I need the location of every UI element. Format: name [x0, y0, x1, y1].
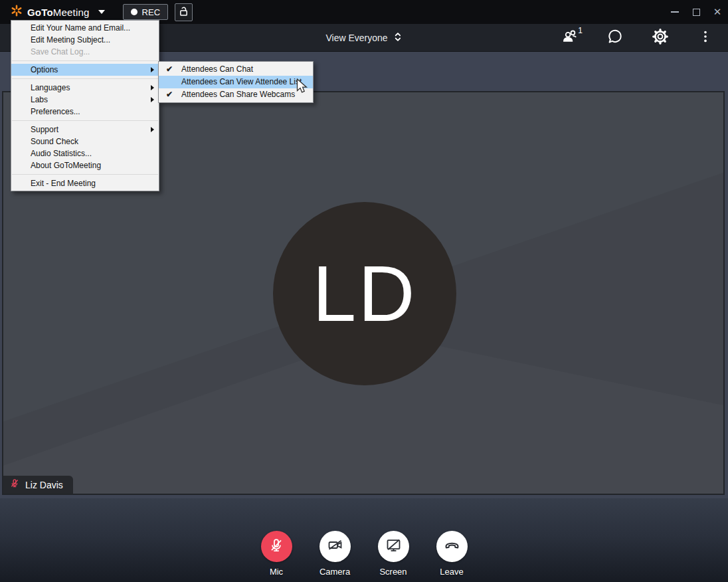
menu-separator	[12, 78, 158, 79]
menu-item-about[interactable]: About GoToMeeting	[11, 159, 159, 171]
goto-flower-icon	[11, 5, 23, 19]
menu-separator	[12, 120, 158, 121]
view-mode-selector[interactable]: View Everyone	[325, 31, 402, 45]
minimize-button[interactable]	[664, 0, 685, 24]
control-bar: Mic Camera	[0, 498, 728, 582]
menu-item-audio-statistics[interactable]: Audio Statistics...	[11, 147, 159, 159]
chevron-up-down-icon	[394, 31, 403, 45]
submenu-arrow-icon	[151, 127, 154, 132]
toolbar-icons: 1	[557, 25, 728, 51]
screen-label: Screen	[379, 567, 407, 577]
main-dropdown-menu: Edit Your Name and Email... Edit Meeting…	[11, 20, 159, 191]
menu-item-support[interactable]: Support	[11, 124, 159, 136]
menu-item-edit-name-email[interactable]: Edit Your Name and Email...	[11, 22, 159, 34]
settings-button[interactable]	[647, 25, 674, 51]
maximize-button[interactable]	[685, 0, 707, 24]
people-icon	[561, 27, 579, 48]
chevron-down-icon	[98, 10, 105, 14]
mouse-cursor-icon	[296, 78, 309, 98]
menu-item-options[interactable]: Options	[11, 64, 159, 76]
window-controls: ✕	[664, 0, 728, 24]
chat-bubble-icon	[606, 28, 624, 48]
menu-item-edit-meeting-subject[interactable]: Edit Meeting Subject...	[11, 34, 159, 46]
phone-hangup-icon	[443, 536, 461, 557]
record-button[interactable]: REC	[123, 4, 168, 20]
more-options-button[interactable]	[692, 25, 719, 51]
participants-button[interactable]: 1	[557, 25, 583, 51]
screen-button[interactable]: Screen	[378, 531, 409, 582]
kebab-menu-icon	[698, 29, 713, 47]
mic-muted-icon	[9, 478, 20, 492]
minimize-icon	[671, 11, 679, 13]
checkmark-icon: ✔	[166, 88, 173, 101]
participant-name: Liz Davis	[25, 480, 63, 490]
menu-item-exit-end-meeting[interactable]: Exit - End Meeting	[11, 177, 159, 189]
app-window: LD Liz Davis	[0, 0, 728, 582]
mic-button[interactable]: Mic	[261, 531, 292, 582]
leave-label: Leave	[440, 567, 463, 577]
submenu-arrow-icon	[151, 67, 154, 72]
lock-meeting-button[interactable]	[175, 3, 193, 21]
avatar: LD	[273, 202, 456, 385]
screen-off-icon	[385, 536, 403, 557]
camera-button[interactable]: Camera	[319, 531, 351, 582]
menu-item-preferences[interactable]: Preferences...	[11, 106, 159, 118]
menu-separator	[12, 60, 158, 61]
gear-icon	[652, 28, 669, 48]
leave-button[interactable]: Leave	[436, 531, 468, 582]
avatar-initials: LD	[313, 248, 417, 339]
menu-item-save-chat-log: Save Chat Log...	[11, 46, 159, 58]
record-label: REC	[142, 7, 160, 17]
close-icon: ✕	[713, 6, 722, 18]
participant-name-tag: Liz Davis	[3, 476, 73, 494]
camera-label: Camera	[319, 567, 350, 577]
menu-item-languages[interactable]: Languages	[11, 82, 159, 94]
app-title: GoToMeeting	[27, 7, 90, 18]
submenu-arrow-icon	[151, 85, 154, 90]
maximize-icon	[693, 9, 700, 16]
camera-off-icon	[326, 536, 344, 557]
view-mode-label: View Everyone	[325, 33, 387, 43]
checkmark-icon: ✔	[166, 63, 173, 76]
options-submenu: ✔Attendees Can Chat Attendees Can View A…	[158, 61, 314, 103]
menu-item-labs[interactable]: Labs	[11, 94, 159, 106]
unlocked-padlock-icon	[179, 5, 189, 19]
submenu-item-attendees-can-share-webcams[interactable]: ✔Attendees Can Share Webcams	[159, 88, 313, 101]
submenu-item-attendees-can-view-attendee-list[interactable]: Attendees Can View Attendee List	[159, 76, 313, 88]
submenu-arrow-icon	[151, 97, 154, 102]
close-button[interactable]: ✕	[707, 0, 728, 24]
mic-label: Mic	[270, 567, 283, 577]
mic-muted-icon	[268, 537, 285, 557]
participant-count: 1	[578, 26, 583, 35]
menu-item-sound-check[interactable]: Sound Check	[11, 136, 159, 147]
menu-separator	[12, 174, 158, 175]
record-dot-icon	[131, 9, 137, 15]
submenu-item-attendees-can-chat[interactable]: ✔Attendees Can Chat	[159, 63, 313, 76]
chat-button[interactable]	[602, 25, 628, 51]
